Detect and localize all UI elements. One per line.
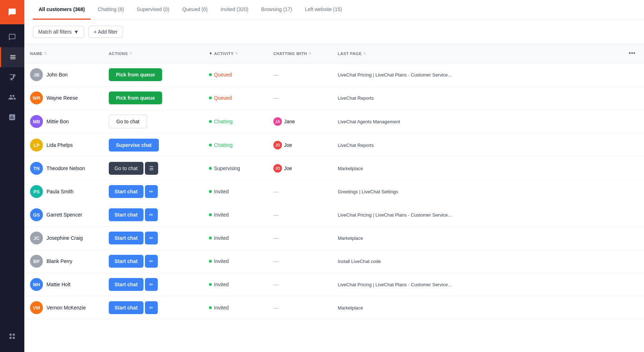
go-to-chat-button[interactable]: Go to chat xyxy=(109,162,143,175)
tab-left-website[interactable]: Left website (15) xyxy=(299,0,348,20)
status-dot xyxy=(209,190,212,193)
sort-icon-chatting[interactable]: ⇅ xyxy=(308,51,312,55)
sidebar-item-customers[interactable] xyxy=(0,47,24,67)
tab-all-customers[interactable]: All customers (368) xyxy=(33,0,91,20)
action-cell: Go to chat xyxy=(103,110,203,134)
last-page-cell: LiveChat Reports xyxy=(332,86,620,110)
sidebar-item-apps[interactable] xyxy=(0,326,24,346)
activity-cell: Invited xyxy=(203,227,268,250)
col-header-chatting-with: CHATTING WITH ⇅ xyxy=(268,44,332,63)
filter-icon-activity[interactable]: ▼ xyxy=(209,51,213,55)
main-content: All customers (368) Chatting (8) Supervi… xyxy=(24,0,644,352)
add-filter-label: + Add filter xyxy=(94,29,118,35)
tab-invited[interactable]: Invited (320) xyxy=(215,0,254,20)
no-agent: — xyxy=(273,235,278,241)
customer-name: Mittie Bon xyxy=(47,119,69,124)
action-cell: Start chat✏ xyxy=(103,296,203,319)
row-options-cell xyxy=(620,86,644,110)
table-row: LP Lida Phelps Supervise chat Chatting J… xyxy=(24,134,644,157)
edit-invitation-button[interactable]: ✏ xyxy=(145,232,158,244)
row-options-cell xyxy=(620,273,644,296)
last-page-value: LiveChat Pricing | LiveChat Plans - Cust… xyxy=(338,72,453,78)
status-dot xyxy=(209,283,212,286)
tab-chatting[interactable]: Chatting (8) xyxy=(92,0,130,20)
last-page-cell: Install LiveChat code xyxy=(332,250,620,273)
status-dot xyxy=(209,144,212,147)
action-cell: Start chat✏ xyxy=(103,273,203,296)
edit-invitation-button[interactable]: ✏ xyxy=(145,278,158,291)
name-cell: TN Theodore Nelson xyxy=(24,157,103,180)
chatting-with-cell: — xyxy=(268,250,332,273)
name-cell: BP Blank Perry xyxy=(24,250,103,273)
avatar: JC xyxy=(30,232,43,244)
avatar: MB xyxy=(30,115,43,128)
sort-icon-name[interactable]: ⇅ xyxy=(44,51,47,55)
sidebar-item-reports[interactable] xyxy=(0,67,24,87)
avatar: GS xyxy=(30,208,43,221)
go-to-chat-button[interactable]: Go to chat xyxy=(109,115,147,128)
customer-name: Lida Phelps xyxy=(47,142,73,148)
chatting-with-cell: JO Joe xyxy=(268,157,332,180)
name-cell: LP Lida Phelps xyxy=(24,134,103,157)
start-chat-button[interactable]: Start chat xyxy=(109,255,143,268)
last-page-value: LiveChat Agents Management xyxy=(338,119,400,124)
supervise-chat-button[interactable]: Supervise chat xyxy=(109,139,159,152)
sidebar-item-analytics[interactable] xyxy=(0,107,24,127)
start-chat-button[interactable]: Start chat xyxy=(109,232,143,244)
column-options-button[interactable]: ••• xyxy=(626,48,638,59)
sort-icon-last-page[interactable]: ⇅ xyxy=(363,51,366,55)
row-options-cell xyxy=(620,250,644,273)
edit-invitation-button[interactable]: ✏ xyxy=(145,301,158,314)
no-agent: — xyxy=(273,258,278,264)
tab-supervised[interactable]: Supervised (0) xyxy=(131,0,175,20)
add-filter-button[interactable]: + Add filter xyxy=(88,26,123,38)
action-cell: Start chat✏ xyxy=(103,180,203,203)
col-header-name: NAME ⇅ xyxy=(24,44,103,63)
match-filter-dropdown[interactable]: Match all filters ▼ xyxy=(33,26,84,38)
pick-from-queue-button[interactable]: Pick from queue xyxy=(109,91,162,104)
start-chat-button[interactable]: Start chat xyxy=(109,278,143,291)
no-agent: — xyxy=(273,282,278,287)
action-cell: Go to chat☰ xyxy=(103,157,203,180)
last-page-cell: LiveChat Pricing | LiveChat Plans - Cust… xyxy=(332,63,620,86)
customer-name: Wayne Reese xyxy=(47,95,78,101)
activity-cell: Invited xyxy=(203,180,268,203)
tab-browsing[interactable]: Browsing (17) xyxy=(255,0,298,20)
customer-name: Vernon McKenzie xyxy=(47,305,86,311)
edit-invitation-button[interactable]: ✏ xyxy=(145,185,158,198)
status-label: Invited xyxy=(214,235,229,241)
action-cell: Pick from queue xyxy=(103,63,203,86)
agent-name: Joe xyxy=(284,142,292,148)
sidebar-item-chat[interactable] xyxy=(0,27,24,47)
start-chat-button[interactable]: Start chat xyxy=(109,208,143,221)
row-options-cell xyxy=(620,227,644,250)
sort-icon-activity[interactable]: ⇅ xyxy=(235,51,238,55)
tab-queued[interactable]: Queued (0) xyxy=(176,0,213,20)
start-chat-button[interactable]: Start chat xyxy=(109,185,143,198)
agent-name: Joe xyxy=(284,165,292,171)
chat-options-button[interactable]: ☰ xyxy=(145,162,158,175)
start-chat-button[interactable]: Start chat xyxy=(109,301,143,314)
action-cell: Start chat✏ xyxy=(103,203,203,227)
customer-name: Josephine Craig xyxy=(47,235,83,241)
name-cell: MB Mittie Bon xyxy=(24,110,103,134)
sidebar-item-team[interactable] xyxy=(0,87,24,107)
col-header-last-page: LAST PAGE ⇅ xyxy=(332,44,620,63)
col-header-more: ••• xyxy=(620,44,644,63)
table-row: JB John Bon Pick from queue Queued —Live… xyxy=(24,63,644,86)
table-row: VM Vernon McKenzie Start chat✏ Invited —… xyxy=(24,296,644,319)
edit-invitation-button[interactable]: ✏ xyxy=(145,255,158,268)
pick-from-queue-button[interactable]: Pick from queue xyxy=(109,68,162,81)
avatar: WR xyxy=(30,91,43,104)
logo[interactable] xyxy=(0,0,24,24)
activity-cell: Invited xyxy=(203,203,268,227)
last-page-value: Marketplace xyxy=(338,236,363,241)
activity-cell: Chatting xyxy=(203,134,268,157)
sort-icon-actions[interactable]: ⇅ xyxy=(129,51,132,55)
status-dot xyxy=(209,306,212,309)
status-dot xyxy=(209,96,212,99)
last-page-value: LiveChat Pricing | LiveChat Plans - Cust… xyxy=(338,212,453,218)
chatting-with-cell: — xyxy=(268,296,332,319)
edit-invitation-button[interactable]: ✏ xyxy=(145,208,158,221)
name-cell: GS Garrett Spencer xyxy=(24,203,103,227)
